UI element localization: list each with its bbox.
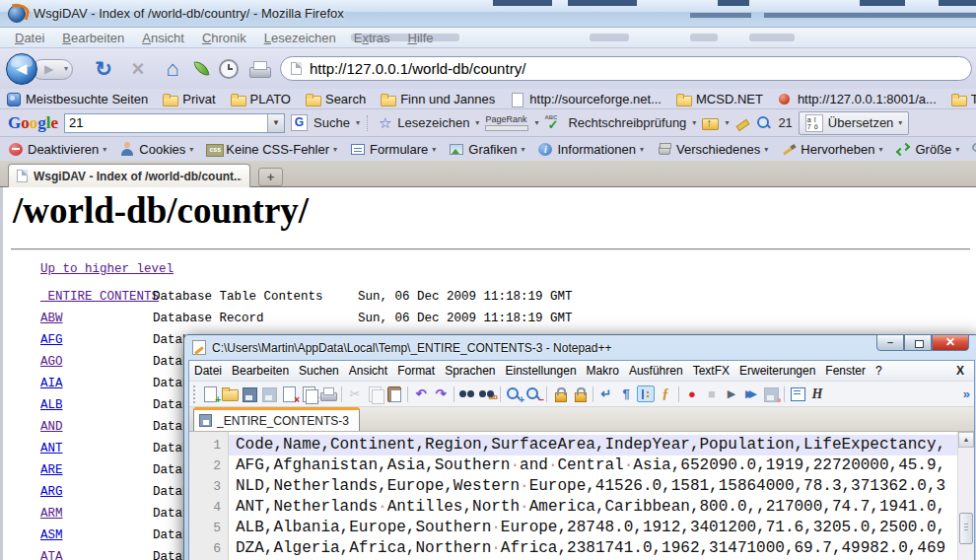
bookmark-item[interactable]: http://127.0.0.1:8001/a... <box>778 92 937 106</box>
menu-item[interactable]: Format <box>392 364 440 378</box>
url-input[interactable] <box>310 60 961 77</box>
record-link[interactable]: ABW <box>40 312 63 325</box>
spellcheck-icon[interactable] <box>544 114 562 131</box>
print-icon[interactable] <box>319 385 337 402</box>
up-level-link[interactable]: Up to higher level <box>40 258 174 280</box>
menu-item[interactable]: Einstellungen <box>501 364 582 378</box>
start-html-icon[interactable] <box>808 385 826 402</box>
record-link[interactable]: AND <box>40 420 63 434</box>
webdev-item[interactable]: Extras ▾ <box>972 142 976 157</box>
pagerank-widget[interactable]: PageRank <box>485 115 528 131</box>
bookmark-item[interactable]: http://sourceforge.net... <box>510 92 662 106</box>
restore-button[interactable] <box>904 334 932 351</box>
word-wrap-icon[interactable] <box>597 385 615 402</box>
bookmark-item[interactable]: Privat <box>163 92 215 106</box>
bookmark-item[interactable]: PLATO <box>231 92 291 106</box>
record-link[interactable]: ANT <box>40 442 63 455</box>
menu-item[interactable]: Datei <box>6 31 53 45</box>
macro-record-icon[interactable] <box>683 385 701 402</box>
back-button[interactable]: ◀ <box>6 53 37 85</box>
line-text[interactable]: DZA,Algeria,Africa,Northern·Africa,23817… <box>229 538 974 559</box>
bookmark-item[interactable]: Finn und Jannes <box>381 92 495 106</box>
minimize-button[interactable]: – <box>876 334 904 351</box>
translate-button[interactable]: aï7ö Übersetzen ▾ <box>799 111 910 135</box>
webdev-item[interactable]: Deaktivieren ▾ <box>8 142 106 157</box>
close-file-icon[interactable]: × <box>280 385 298 402</box>
show-all-chars-icon[interactable] <box>617 385 635 402</box>
macro-save-icon[interactable]: ● <box>762 385 780 402</box>
find-icon[interactable] <box>458 385 476 402</box>
line-text[interactable]: AFG,Afghanistan,Asia,Southern·and·Centra… <box>229 455 974 476</box>
menu-item[interactable]: Erweiterungen <box>734 364 820 378</box>
line-text[interactable]: ALB,Albania,Europe,Southern·Europe,28748… <box>229 518 974 538</box>
zoom-out-icon[interactable]: − <box>524 385 542 402</box>
highlighter-icon[interactable] <box>734 115 750 131</box>
menu-item[interactable]: Datei <box>189 364 227 378</box>
bookmark-item[interactable]: MCSD.NET <box>676 92 763 106</box>
webdev-item[interactable]: Grafiken ▾ <box>449 142 524 157</box>
history-clock-icon[interactable] <box>219 59 239 79</box>
macro-stop-icon[interactable] <box>703 385 721 402</box>
menu-item[interactable]: Fenster <box>820 364 871 378</box>
copy-icon[interactable] <box>366 385 383 402</box>
dropdown-caret[interactable]: ▾ <box>534 118 538 127</box>
new-tab-button[interactable] <box>258 168 283 186</box>
webdev-item[interactable]: Keine CSS-Fehler ▾ <box>206 142 337 157</box>
dropdown-caret[interactable]: ▾ <box>725 118 729 127</box>
undo-icon[interactable] <box>412 385 430 402</box>
dropdown-caret[interactable]: ▾ <box>356 118 360 127</box>
bookmark-star-icon[interactable] <box>379 114 391 132</box>
line-text[interactable]: NLD,Netherlands,Europe,Western·Europe,41… <box>229 476 974 497</box>
sage-feed-icon[interactable] <box>193 59 210 79</box>
line-text[interactable]: Code,Name,Continent,Region,SurfaceArea,I… <box>229 435 974 455</box>
zoom-in-icon[interactable]: + <box>505 385 523 402</box>
document-tab[interactable]: _ENTIRE_CONTENTS-3 <box>193 407 360 431</box>
webdev-item[interactable]: Hervorheben ▾ <box>781 142 882 157</box>
print-button[interactable] <box>249 61 269 77</box>
webdev-item[interactable]: Größe ▾ <box>895 142 959 157</box>
menu-item[interactable]: Ansicht <box>344 364 392 378</box>
function-completion-icon[interactable] <box>657 385 674 402</box>
record-link[interactable]: ARE <box>40 463 63 477</box>
spellcheck-button[interactable]: Rechtschreibprüfung <box>568 115 686 130</box>
menu-item[interactable]: Bearbeiten <box>53 31 133 45</box>
open-file-icon[interactable] <box>221 385 239 402</box>
sync-horizontal-icon[interactable] <box>571 385 589 402</box>
scrollbar-thumb[interactable] <box>959 513 973 544</box>
send-to-icon[interactable] <box>702 116 719 130</box>
browser-tab[interactable]: WsgiDAV - Index of /world-db/count... <box>8 164 250 187</box>
record-link[interactable]: ARM <box>40 507 63 521</box>
menu-item[interactable]: Bearbeiten <box>227 364 294 378</box>
menu-item[interactable]: Lesezeichen <box>255 31 345 45</box>
zoom-icon[interactable] <box>756 115 772 131</box>
bookmark-item[interactable]: Meistbesuchte Seiten <box>6 92 148 106</box>
forward-button[interactable]: ▶ ▾ <box>32 59 73 80</box>
google-search-input[interactable] <box>65 115 267 130</box>
webdev-item[interactable]: Formulare ▾ <box>350 142 436 157</box>
cut-icon[interactable] <box>346 385 364 402</box>
doc-switcher-icon[interactable] <box>789 385 806 402</box>
editor-scrollbar[interactable] <box>957 432 974 560</box>
home-button[interactable] <box>161 56 184 82</box>
close-all-icon[interactable]: × <box>300 385 317 402</box>
menu-item[interactable]: ? <box>871 364 887 378</box>
google-g-icon[interactable]: G <box>291 114 308 131</box>
menu-item[interactable]: Ausführen <box>624 364 688 378</box>
record-link[interactable]: ALB <box>40 398 63 412</box>
save-icon[interactable] <box>241 385 258 402</box>
close-document-button[interactable]: X <box>956 364 964 378</box>
sync-vertical-icon[interactable] <box>551 385 569 402</box>
webdev-item[interactable]: Verschiedenes ▾ <box>657 142 768 157</box>
google-bookmarks-button[interactable]: Lesezeichen <box>397 115 469 130</box>
record-link[interactable]: ENTIRE CONTENTS <box>40 290 159 304</box>
reload-button[interactable] <box>92 57 115 81</box>
indent-guide-icon[interactable] <box>637 385 655 402</box>
editor-area[interactable]: 1 Code,Name,Continent,Region,SurfaceArea… <box>189 432 974 560</box>
dropdown-caret[interactable]: ▾ <box>475 118 479 127</box>
search-dropdown-button[interactable]: ▼ <box>267 114 284 132</box>
record-link[interactable]: AIA <box>40 377 63 390</box>
line-text[interactable]: ANT,Netherlands·Antilles,North·America,C… <box>229 497 974 518</box>
record-link[interactable]: AFG <box>40 333 63 347</box>
menu-item[interactable]: TextFX <box>688 364 734 378</box>
url-bar[interactable] <box>280 56 972 81</box>
